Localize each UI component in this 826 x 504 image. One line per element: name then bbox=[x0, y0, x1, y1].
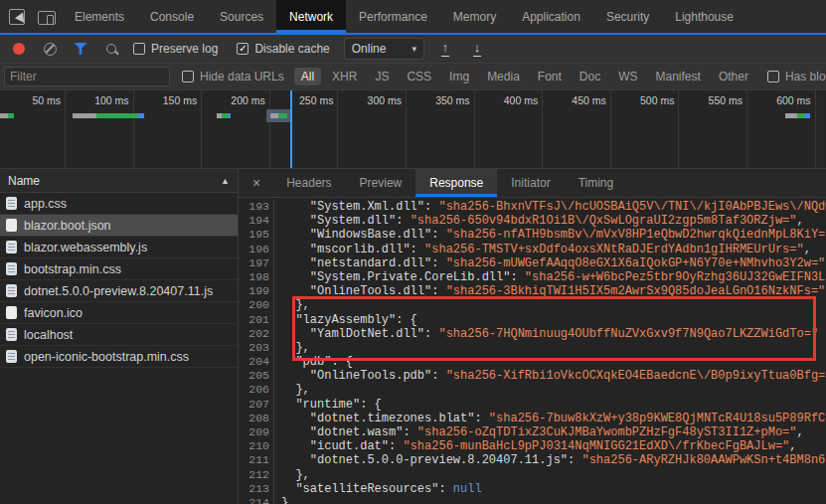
filter-type-manifest[interactable]: Manifest bbox=[649, 68, 708, 85]
request-row-bootstrap-min-css[interactable]: bootstrap.min.css bbox=[0, 258, 238, 280]
waterfall-segment-green bbox=[222, 113, 229, 118]
line-number: 201 bbox=[239, 313, 274, 327]
import-har-button[interactable]: ↑ bbox=[432, 37, 458, 61]
checkbox-icon bbox=[767, 71, 779, 83]
checkbox-icon bbox=[133, 43, 145, 55]
waterfall-bar[interactable] bbox=[73, 113, 144, 118]
filter-type-doc[interactable]: Doc bbox=[573, 68, 607, 85]
code-line: 194 "System.dll": "sha256-650v94bdxR1Oi1… bbox=[239, 214, 826, 228]
record-button[interactable] bbox=[6, 37, 32, 61]
filter-input[interactable] bbox=[4, 67, 170, 86]
json-token: "dotnet.5.0.0-preview.8.20407.11.js": bbox=[281, 453, 581, 467]
waterfall-bar[interactable] bbox=[270, 113, 287, 118]
filter-type-all[interactable]: All bbox=[294, 68, 321, 85]
tab-performance[interactable]: Performance bbox=[346, 0, 440, 33]
line-number: 204 bbox=[239, 355, 274, 369]
json-string: "sha256-TMSTV+sxDdfo4oxsXNtRaDJErdYAdbn1… bbox=[424, 243, 804, 256]
tab-network[interactable]: Network bbox=[276, 0, 346, 33]
close-detail-icon[interactable]: × bbox=[239, 169, 272, 197]
filter-toggle-button[interactable] bbox=[68, 37, 93, 61]
search-button[interactable] bbox=[98, 37, 124, 61]
network-overview-timeline[interactable]: 50 ms100 ms150 ms200 ms250 ms300 ms350 m… bbox=[0, 90, 826, 169]
code-line: 195 "WindowsBase.dll": "sha256-nfATH9bsm… bbox=[239, 228, 826, 242]
tab-elements[interactable]: Elements bbox=[62, 0, 137, 33]
request-row-favicon-ico[interactable]: favicon.ico bbox=[0, 302, 238, 324]
request-type-filters: AllXHRJSCSSImgMediaFontDocWSManifestOthe… bbox=[294, 68, 755, 85]
code-line: 198 "System.Private.CoreLib.dll": "sha25… bbox=[239, 270, 826, 284]
filter-type-css[interactable]: CSS bbox=[400, 68, 438, 85]
line-text: "satelliteResources": null bbox=[274, 482, 482, 496]
code-line: 205 "OnlineTools.pdb": "sha256-XifRbi1oV… bbox=[239, 369, 826, 383]
tab-security[interactable]: Security bbox=[593, 0, 662, 33]
json-string: "sha256-7buw8kXzW+y38p9KWE8QjMNTcR4U18su… bbox=[489, 412, 826, 425]
json-token: "lazyAssembly": { bbox=[281, 313, 417, 327]
device-toolbar-icon[interactable] bbox=[38, 11, 56, 25]
tab-application[interactable]: Application bbox=[509, 0, 593, 33]
import-har-icon: ↑ bbox=[442, 41, 449, 57]
line-number: 214 bbox=[239, 496, 274, 504]
json-token: "dotnet.wasm": bbox=[281, 425, 417, 439]
disable-cache-label: Disable cache bbox=[254, 42, 329, 56]
detail-tab-initiator[interactable]: Initiator bbox=[497, 169, 564, 197]
waterfall-segment-green bbox=[96, 113, 138, 118]
json-string: "sha256-3BkhiqTWI1H5IX5m2AwrSx9Q85doJeaL… bbox=[446, 284, 826, 298]
json-token: "System.Private.CoreLib.dll": bbox=[281, 270, 525, 284]
line-text: "OnlineTools.pdb": "sha256-XifRbi1oVkcOC… bbox=[274, 369, 826, 383]
line-text: "WindowsBase.dll": "sha256-nfATH9bsmBv\/… bbox=[274, 228, 826, 242]
line-number: 209 bbox=[239, 425, 274, 439]
request-row-localhost[interactable]: localhost bbox=[0, 324, 238, 346]
code-line: 196 "mscorlib.dll": "sha256-TMSTV+sxDdfo… bbox=[239, 243, 826, 256]
requests-name-header[interactable]: Name ▲ bbox=[0, 169, 238, 193]
export-har-icon: ↓ bbox=[474, 41, 481, 57]
throttling-select[interactable]: Online ▾ bbox=[344, 38, 424, 60]
line-number: 208 bbox=[239, 412, 274, 425]
filter-type-js[interactable]: JS bbox=[368, 68, 396, 85]
export-har-button[interactable]: ↓ bbox=[464, 37, 490, 61]
waterfall-segment-gray bbox=[0, 113, 8, 118]
json-string: "sha256-munBaHcL9pPJ0314NqMNIGG21EdXD\/f… bbox=[403, 439, 789, 453]
detail-tab-response[interactable]: Response bbox=[415, 169, 497, 197]
request-row-blazor-boot-json[interactable]: blazor.boot.json bbox=[0, 215, 238, 237]
tab-memory[interactable]: Memory bbox=[440, 0, 509, 33]
filter-type-ws[interactable]: WS bbox=[611, 68, 644, 85]
filter-type-img[interactable]: Img bbox=[442, 68, 476, 85]
line-text: "lazyAssembly": { bbox=[274, 313, 417, 327]
filter-type-xhr[interactable]: XHR bbox=[325, 68, 364, 85]
preserve-log-checkbox[interactable]: Preserve log bbox=[133, 42, 218, 56]
waterfall-bar[interactable] bbox=[217, 113, 231, 118]
request-row-open-iconic-bootstrap-min-css[interactable]: open-iconic-bootstrap.min.css bbox=[0, 346, 238, 368]
response-body-viewer[interactable]: 193 "System.Xml.dll": "sha256-BhxnVTFsJ\… bbox=[239, 198, 826, 504]
code-line: 201 "lazyAssembly": { bbox=[239, 313, 826, 327]
line-number: 200 bbox=[239, 298, 274, 312]
inspect-element-icon[interactable] bbox=[9, 9, 25, 25]
disable-cache-checkbox[interactable]: ✓ Disable cache bbox=[237, 42, 329, 56]
request-row-dotnet-5-0-0-preview-8-20407-11-js[interactable]: dotnet.5.0.0-preview.8.20407.11.js bbox=[0, 280, 238, 302]
line-number: 196 bbox=[239, 243, 274, 256]
request-name: dotnet.5.0.0-preview.8.20407.11.js bbox=[24, 284, 213, 298]
search-icon bbox=[106, 44, 116, 54]
request-row-app-css[interactable]: app.css bbox=[0, 193, 238, 215]
waterfall-segment-gray bbox=[73, 113, 96, 118]
tab-sources[interactable]: Sources bbox=[207, 0, 276, 33]
tab-console[interactable]: Console bbox=[137, 0, 207, 33]
json-token: "runtime": { bbox=[281, 398, 382, 412]
line-number: 203 bbox=[239, 341, 274, 355]
tab-lighthouse[interactable]: Lighthouse bbox=[662, 0, 746, 33]
timeline-tick-label: 600 ms bbox=[745, 94, 811, 106]
detail-tab-headers[interactable]: Headers bbox=[272, 169, 345, 197]
timeline-tick-label: 400 ms bbox=[472, 94, 538, 106]
clear-button[interactable] bbox=[37, 37, 63, 61]
request-row-blazor-webassembly-js[interactable]: blazor.webassembly.js bbox=[0, 237, 238, 258]
detail-tab-timing[interactable]: Timing bbox=[565, 169, 628, 197]
code-line: 214} bbox=[239, 496, 826, 504]
waterfall-bar[interactable] bbox=[785, 113, 810, 118]
timeline-tick-label: 450 ms bbox=[541, 94, 606, 106]
has-blocked-cookies-checkbox[interactable]: Has blocked cookies bbox=[767, 70, 826, 84]
waterfall-bar[interactable] bbox=[0, 113, 14, 118]
filter-type-media[interactable]: Media bbox=[480, 68, 527, 85]
detail-tab-preview[interactable]: Preview bbox=[346, 169, 416, 197]
filter-type-font[interactable]: Font bbox=[531, 68, 569, 85]
filter-type-other[interactable]: Other bbox=[712, 68, 755, 85]
hide-data-urls-checkbox[interactable]: Hide data URLs bbox=[182, 70, 284, 84]
code-line: 208 "dotnet.timezones.blat": "sha256-7bu… bbox=[239, 412, 826, 425]
